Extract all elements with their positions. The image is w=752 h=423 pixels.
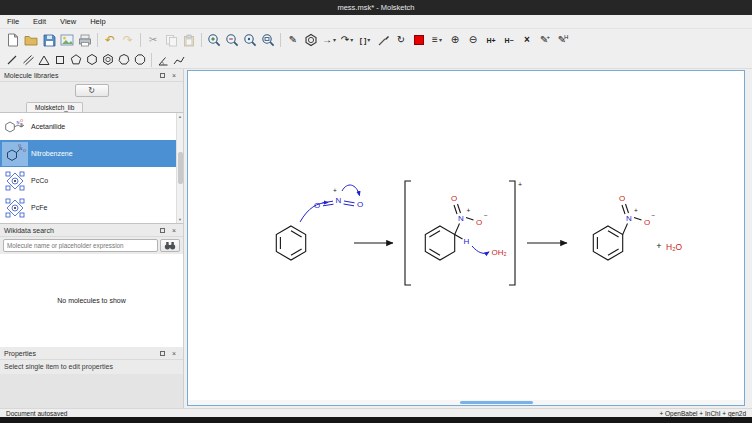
- printer-icon: [78, 34, 92, 47]
- atom-label-o[interactable]: O: [476, 218, 482, 227]
- edit-charge-button[interactable]: ✎+: [536, 31, 554, 49]
- right-bracket[interactable]: [509, 181, 515, 285]
- library-item-pcfe[interactable]: PcFe: [0, 194, 183, 221]
- cyclopentane-template-button[interactable]: [68, 52, 84, 67]
- reactant-benzene[interactable]: [276, 226, 305, 260]
- libraries-float-button[interactable]: [157, 70, 167, 80]
- save-button[interactable]: [40, 31, 58, 49]
- charge-label: +: [333, 187, 337, 194]
- library-refresh-button[interactable]: ↻: [75, 84, 109, 97]
- arenium-intermediate[interactable]: + N O O − + H OH₂: [405, 181, 522, 285]
- curved-arrow-resonance[interactable]: [342, 185, 360, 195]
- status-plugins: + OpenBabel + InChI + gen2d: [659, 410, 746, 417]
- properties-hint-text: Select single item to edit properties: [4, 363, 113, 370]
- reaction-arrow-tool-button[interactable]: →▾: [320, 31, 338, 49]
- curved-arrow-tool-button[interactable]: ↷▾: [338, 31, 356, 49]
- print-button[interactable]: [76, 31, 94, 49]
- charge-plus-button[interactable]: ⊕: [446, 31, 464, 49]
- properties-float-button[interactable]: [157, 348, 167, 358]
- wikidata-search-bar: [0, 237, 183, 254]
- zoom-fit-button[interactable]: [259, 31, 277, 49]
- charge-minus-button[interactable]: ⊖: [464, 31, 482, 49]
- drawing-canvas[interactable]: O N O + +: [187, 70, 745, 406]
- zoom-out-button[interactable]: [223, 31, 241, 49]
- wikidata-search-input[interactable]: [3, 239, 158, 252]
- export-image-button[interactable]: [58, 31, 76, 49]
- benzene-template-button[interactable]: [100, 52, 116, 67]
- libraries-close-button[interactable]: ×: [169, 70, 179, 80]
- title-bar[interactable]: mess.msk* - Molsketch: [0, 0, 752, 15]
- delete-button[interactable]: ×: [518, 31, 536, 49]
- open-file-button[interactable]: [22, 31, 40, 49]
- left-bracket[interactable]: [405, 181, 411, 285]
- canvas-hscrollbar-thumb[interactable]: [460, 401, 532, 404]
- ring-tool-button[interactable]: [302, 31, 320, 49]
- delete-icon: ×: [524, 35, 530, 45]
- torsion-template-button[interactable]: [171, 52, 187, 67]
- product-nitrobenzene[interactable]: N O O − +: [593, 194, 655, 260]
- cyclohexane-template-button[interactable]: [84, 52, 100, 67]
- redo-button[interactable]: ↷: [119, 31, 137, 49]
- rotate-tool-button[interactable]: ↻: [392, 31, 410, 49]
- menu-edit[interactable]: Edit: [26, 17, 53, 26]
- bracket-tool-button[interactable]: [ ]▾: [356, 31, 374, 49]
- copy-button[interactable]: [162, 31, 180, 49]
- water-label[interactable]: OH₂: [492, 248, 507, 257]
- library-item-pcco[interactable]: PcCo: [0, 167, 183, 194]
- wikidata-float-button[interactable]: [157, 225, 167, 235]
- svg-text:O: O: [18, 142, 21, 147]
- line-width-button[interactable]: ≡▾: [428, 31, 446, 49]
- zoom-original-button[interactable]: [241, 31, 259, 49]
- zoom-in-button[interactable]: [205, 31, 223, 49]
- plus-icon: +: [546, 34, 550, 40]
- zoom-fit-icon: [261, 33, 275, 47]
- atom-label-o[interactable]: O: [451, 194, 457, 203]
- wikidata-close-button[interactable]: ×: [169, 225, 179, 235]
- atom-label-n[interactable]: N: [336, 196, 342, 205]
- benzene-ring-icon: [304, 33, 318, 47]
- tab-molsketch-lib[interactable]: Molsketch_lib: [26, 102, 83, 112]
- add-hydrogen-button[interactable]: H+: [482, 31, 500, 49]
- atom-label-o[interactable]: O: [619, 194, 625, 203]
- color-swatch-button[interactable]: [410, 31, 428, 49]
- menu-view[interactable]: View: [53, 17, 83, 26]
- toolbar-separator: [201, 33, 202, 47]
- atom-label-o[interactable]: O: [644, 218, 650, 227]
- water-product-label[interactable]: H₂O: [666, 242, 682, 252]
- undo-button[interactable]: ↶: [101, 31, 119, 49]
- double-bond-template-button[interactable]: [20, 52, 36, 67]
- menu-file[interactable]: File: [0, 17, 26, 26]
- chevron-down-icon: ▾: [439, 37, 442, 43]
- reaction-scheme[interactable]: O N O + +: [188, 71, 744, 405]
- bond-angle-template-button[interactable]: [155, 52, 171, 67]
- mechanism-pen-button[interactable]: [374, 31, 392, 49]
- library-item-nitrobenzene[interactable]: NOO Nitrobenzene: [0, 140, 183, 167]
- single-bond-template-button[interactable]: [4, 52, 20, 67]
- atom-label-h[interactable]: H: [464, 237, 470, 246]
- cut-button[interactable]: ✂: [144, 31, 162, 49]
- cycloheptane-template-button[interactable]: [116, 52, 132, 67]
- status-message: Document autosaved: [6, 410, 67, 417]
- atom-label-n[interactable]: N: [626, 214, 632, 223]
- cyclooctane-template-button[interactable]: [132, 52, 148, 67]
- canvas-hscrollbar[interactable]: [188, 400, 744, 405]
- library-scrollbar[interactable]: ▲ ▼: [176, 113, 183, 223]
- library-item-acetanilide[interactable]: NO Acetanilide: [0, 113, 183, 140]
- chevron-down-icon: ▾: [367, 37, 370, 43]
- scrollbar-thumb[interactable]: [178, 152, 183, 184]
- nitronium-ion[interactable]: O N O +: [300, 185, 363, 222]
- properties-close-button[interactable]: ×: [169, 348, 179, 358]
- atom-label-o[interactable]: O: [357, 200, 363, 209]
- benzene-ring-icon: [102, 53, 114, 66]
- wikidata-search-button[interactable]: [160, 239, 180, 252]
- curved-arrow-deprotonation[interactable]: [472, 246, 489, 253]
- menu-help[interactable]: Help: [83, 17, 112, 26]
- atom-label-n[interactable]: N: [458, 214, 464, 223]
- remove-hydrogen-button[interactable]: H−: [500, 31, 518, 49]
- new-document-button[interactable]: [4, 31, 22, 49]
- draw-tool-button[interactable]: ✎: [284, 31, 302, 49]
- cyclobutane-template-button[interactable]: [52, 52, 68, 67]
- edit-hydrogen-button[interactable]: ✎H: [554, 31, 572, 49]
- cyclopropane-template-button[interactable]: [36, 52, 52, 67]
- paste-button[interactable]: [180, 31, 198, 49]
